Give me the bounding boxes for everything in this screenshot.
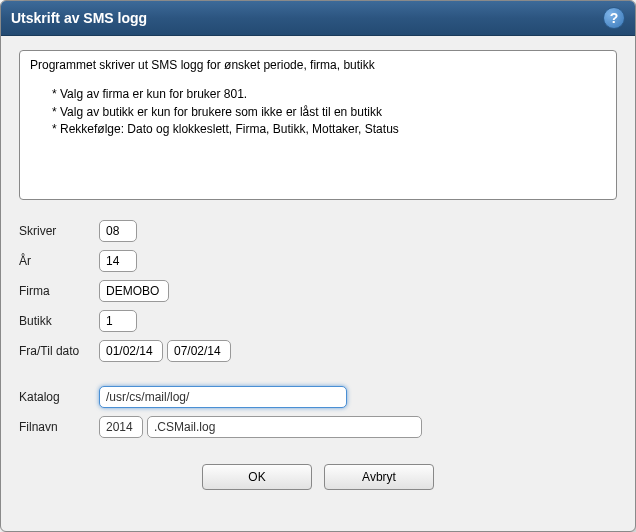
row-firma: Firma [19,280,617,302]
description-intro: Programmet skriver ut SMS logg for ønske… [30,57,606,74]
butikk-input[interactable] [99,310,137,332]
row-filnavn: Filnavn [19,416,617,438]
label-firma: Firma [19,284,99,298]
content-area: Programmet skriver ut SMS logg for ønske… [1,36,635,508]
sms-log-dialog: Utskrift av SMS logg ? Programmet skrive… [0,0,636,532]
katalog-input[interactable] [99,386,347,408]
filnavn-input[interactable] [147,416,422,438]
row-aar: År [19,250,617,272]
cancel-button[interactable]: Avbryt [324,464,434,490]
button-row: OK Avbryt [19,464,617,490]
bullet-2: * Valg av butikk er kun for brukere som … [52,104,606,121]
fra-dato-input[interactable] [99,340,163,362]
description-box: Programmet skriver ut SMS logg for ønske… [19,50,617,200]
filnavn-year-input[interactable] [99,416,143,438]
label-skriver: Skriver [19,224,99,238]
bullet-1: * Valg av firma er kun for bruker 801. [52,86,606,103]
label-katalog: Katalog [19,390,99,404]
firma-input[interactable] [99,280,169,302]
row-fratil: Fra/Til dato [19,340,617,362]
label-filnavn: Filnavn [19,420,99,434]
label-butikk: Butikk [19,314,99,328]
skriver-input[interactable] [99,220,137,242]
titlebar: Utskrift av SMS logg ? [1,1,635,36]
row-katalog: Katalog [19,386,617,408]
aar-input[interactable] [99,250,137,272]
description-bullets: * Valg av firma er kun for bruker 801. *… [30,86,606,138]
ok-button[interactable]: OK [202,464,312,490]
help-icon[interactable]: ? [603,7,625,29]
form: Skriver År Firma Butikk Fra/Til dato [19,220,617,438]
label-fratil: Fra/Til dato [19,344,99,358]
bullet-3: * Rekkefølge: Dato og klokkeslett, Firma… [52,121,606,138]
row-butikk: Butikk [19,310,617,332]
row-skriver: Skriver [19,220,617,242]
label-aar: År [19,254,99,268]
til-dato-input[interactable] [167,340,231,362]
dialog-title: Utskrift av SMS logg [11,10,147,26]
